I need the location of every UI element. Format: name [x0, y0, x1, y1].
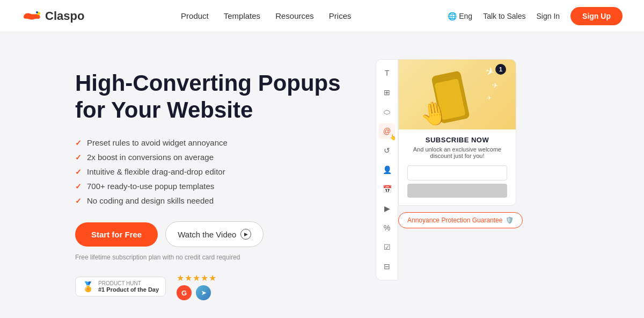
nav-prices[interactable]: Prices	[329, 11, 352, 20]
sign-in-link[interactable]: Sign In	[537, 12, 560, 20]
popup-widget: 🤚 ✈ ✈ ✈ 1 SUBSCRIBE NOW And unlock an ex…	[398, 59, 516, 206]
talk-to-sales-link[interactable]: Talk to Sales	[483, 12, 525, 20]
badge-ph-title: #1 Product of the Day	[98, 286, 159, 293]
svg-point-1	[36, 11, 38, 13]
logo-icon	[21, 10, 42, 23]
feature-item-1: ✓ Preset rules to avoid widget annoyance	[75, 138, 354, 147]
popup-title: SUBSCRIBE NOW	[407, 136, 507, 144]
sign-up-button[interactable]: Sign Up	[570, 7, 623, 25]
nav-product[interactable]: Product	[181, 11, 209, 20]
nav-actions: 🌐 Eng Talk to Sales Sign In Sign Up	[448, 7, 623, 25]
tool-user[interactable]: 👤	[379, 162, 395, 178]
badge-ph-info: PRODUCT HUNT #1 Product of the Day	[98, 280, 159, 293]
shield-icon: 🛡️	[506, 216, 514, 224]
navbar: Claspo Product Templates Resources Price…	[0, 0, 644, 32]
tool-timer[interactable]: ↺	[379, 142, 395, 158]
play-icon: ▶	[240, 229, 251, 240]
review-logos: G ➤	[177, 285, 217, 300]
nav-resources[interactable]: Resources	[275, 11, 314, 20]
globe-icon: 🌐	[448, 12, 457, 20]
hero-content: High-Converting Popups for Your Website …	[75, 64, 354, 300]
hero-headline: High-Converting Popups for Your Website	[75, 70, 354, 123]
feature-item-5: ✓ No coding and design skills needed	[75, 196, 354, 205]
feature-text-1: Preset rules to avoid widget annoyance	[87, 138, 228, 147]
tool-calendar[interactable]: 📅	[379, 181, 395, 197]
popup-content: SUBSCRIBE NOW And unlock an exclusive we…	[399, 129, 516, 205]
social-proof-badges: 🏅 PRODUCT HUNT #1 Product of the Day ★★★…	[75, 273, 354, 300]
tool-shape[interactable]: ⬭	[379, 104, 395, 120]
watch-video-label: Watch the Video	[178, 230, 236, 239]
hero-section: High-Converting Popups for Your Website …	[0, 32, 644, 318]
star-rating-badge: ★★★★★ G ➤	[177, 273, 217, 300]
popup-image-area: 🤚 ✈ ✈ ✈ 1	[399, 60, 516, 129]
badge-ph-eyebrow: PRODUCT HUNT	[98, 280, 159, 286]
feature-text-2: 2x boost in conversions on average	[87, 153, 214, 162]
language-selector[interactable]: 🌐 Eng	[448, 12, 472, 20]
product-hunt-badge: 🏅 PRODUCT HUNT #1 Product of the Day	[75, 277, 166, 297]
check-icon-1: ✓	[75, 139, 82, 147]
watch-video-button[interactable]: Watch the Video ▶	[165, 221, 264, 247]
g2-logo: G	[177, 285, 192, 300]
annoyance-badge-row: Annoyance Protection Guarantee 🛡️	[398, 212, 523, 228]
popup-subtitle: And unlock an exclusive welcome discount…	[407, 146, 507, 159]
popup-email-input[interactable]	[407, 165, 507, 180]
tool-section[interactable]: ⊟	[379, 258, 395, 274]
logo[interactable]: Claspo	[21, 9, 84, 23]
cursor-icon: 👆	[390, 134, 396, 140]
features-list: ✓ Preset rules to avoid widget annoyance…	[75, 138, 354, 205]
check-icon-3: ✓	[75, 168, 82, 176]
tool-text[interactable]: T	[379, 65, 395, 81]
nav-templates[interactable]: Templates	[224, 11, 260, 20]
popup-illustration: 🤚 ✈ ✈ ✈	[414, 62, 500, 127]
nav-links: Product Templates Resources Prices	[181, 11, 351, 20]
feature-text-4: 700+ ready-to-use popup templates	[87, 182, 214, 191]
feature-text-5: No coding and design skills needed	[87, 196, 214, 205]
notification-badge: 1	[495, 64, 506, 75]
annoyance-pill: Annoyance Protection Guarantee 🛡️	[398, 212, 523, 228]
capterra-logo: ➤	[196, 285, 211, 300]
stars: ★★★★★	[177, 273, 217, 283]
popup-preview-container: 🤚 ✈ ✈ ✈ 1 SUBSCRIBE NOW And unlock an ex…	[398, 59, 523, 228]
feature-item-4: ✓ 700+ ready-to-use popup templates	[75, 182, 354, 191]
editor-preview: T ⊞ ⬭ @ 👆 ↺ 👤 📅 ▶ % ☑ ⊟	[376, 59, 523, 280]
check-icon-4: ✓	[75, 182, 82, 191]
tool-email[interactable]: @ 👆	[379, 123, 395, 139]
medal-icon: 🏅	[82, 281, 94, 293]
editor-toolbar: T ⊞ ⬭ @ 👆 ↺ 👤 📅 ▶ % ☑ ⊟	[376, 59, 398, 280]
feature-text-3: Intuitive & flexible drag-and-drop edito…	[87, 167, 225, 176]
tool-video[interactable]: ▶	[379, 200, 395, 216]
hand-icon: 🤚	[418, 98, 450, 129]
annoyance-label: Annoyance Protection Guarantee	[407, 216, 502, 224]
paper-plane-2: ✈	[492, 81, 499, 90]
feature-item-3: ✓ Intuitive & flexible drag-and-drop edi…	[75, 167, 354, 176]
popup-submit-button[interactable]	[407, 184, 507, 198]
check-icon-2: ✓	[75, 153, 82, 162]
logo-text: Claspo	[45, 9, 84, 23]
check-icon-5: ✓	[75, 197, 82, 205]
cta-row: Start for Free Watch the Video ▶	[75, 221, 354, 247]
tool-percent[interactable]: %	[379, 220, 395, 236]
lang-label: Eng	[459, 12, 472, 20]
tool-checkbox[interactable]: ☑	[379, 239, 395, 255]
paper-plane-1: ✈	[484, 64, 496, 79]
free-note: Free lifetime subscription plan with no …	[75, 254, 354, 261]
tool-image[interactable]: ⊞	[379, 84, 395, 100]
paper-plane-3: ✈	[486, 95, 492, 103]
feature-item-2: ✓ 2x boost in conversions on average	[75, 153, 354, 162]
start-free-button[interactable]: Start for Free	[75, 222, 158, 247]
